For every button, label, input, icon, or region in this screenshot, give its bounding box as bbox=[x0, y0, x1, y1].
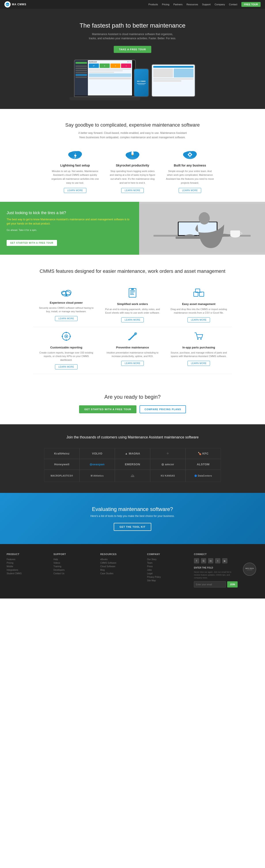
youtube-icon[interactable]: ▶ bbox=[222, 558, 228, 563]
footer-link-videos[interactable]: Videos bbox=[53, 562, 94, 564]
footer-link-cmms-software[interactable]: CMMS Software bbox=[100, 562, 140, 564]
footer-link-features[interactable]: Features bbox=[7, 558, 47, 561]
hero-cta-button[interactable]: TAKE A FREE TOUR bbox=[114, 46, 151, 53]
svg-rect-39 bbox=[130, 293, 134, 293]
newsletter-title: ENTER THE FOLD bbox=[194, 566, 234, 569]
svg-point-57 bbox=[200, 338, 202, 340]
cmms-assets-learn-more[interactable]: LEARN MORE bbox=[187, 317, 210, 322]
footer-link-sitemap[interactable]: Site Map bbox=[147, 579, 187, 582]
nav-company[interactable]: Company bbox=[215, 3, 225, 6]
ready-headline: Are you ready to begin? bbox=[4, 394, 261, 400]
navbar: MA MA CMMS Products Pricing Partners Res… bbox=[0, 0, 265, 9]
footer-link-student[interactable]: Student CMMS bbox=[7, 572, 47, 575]
evaluating-subtext: Here's a list of tools to help you make … bbox=[4, 515, 261, 518]
feature-rocket-learn-more[interactable]: LEARN MORE bbox=[121, 188, 143, 193]
linkedin-icon[interactable]: in bbox=[208, 558, 213, 563]
nav-support[interactable]: Support bbox=[202, 3, 211, 6]
ready-free-tour-button[interactable]: GET STARTED WITH A FREE TOUR bbox=[79, 405, 137, 413]
footer-link-help[interactable]: Help bbox=[53, 558, 94, 561]
cmms-cloud-learn-more[interactable]: LEARN MORE bbox=[55, 316, 77, 321]
footer-link-cloud-software[interactable]: Cloud Software bbox=[100, 565, 140, 568]
feature-gear-desc: Simple enough for your entire team. And … bbox=[166, 169, 214, 185]
twitter-icon[interactable]: t bbox=[215, 558, 220, 563]
footer-product: PRODUCT Features Pricing Mobile Integrat… bbox=[7, 553, 47, 588]
nav-resources[interactable]: Resources bbox=[187, 3, 198, 6]
footer-link-ebooks[interactable]: eBooks bbox=[100, 558, 140, 561]
ready-pricing-button[interactable]: COMPARE PRICING PLANS bbox=[139, 405, 186, 413]
nav-pricing[interactable]: Pricing bbox=[162, 3, 169, 6]
footer-link-pricing[interactable]: Pricing bbox=[7, 562, 47, 564]
cloud-power-icon bbox=[37, 288, 95, 298]
footer-link-blog[interactable]: Blog bbox=[100, 569, 140, 571]
cmms-reporting-desc: Create custom reports, leverage over 150… bbox=[37, 351, 95, 362]
footer-link-contact[interactable]: Contact Us bbox=[53, 572, 94, 575]
footer-link-legal[interactable]: Legal bbox=[147, 572, 187, 575]
evaluating-headline: Evaluating maintenance software? bbox=[4, 506, 261, 512]
footer-link-our-story[interactable]: Our Story bbox=[147, 558, 187, 561]
tires-cta-button[interactable]: GET STARTED WITH A FREE TOUR bbox=[7, 240, 57, 246]
cmms-parts-feature: In-app parts purchasing Source, purchase… bbox=[166, 327, 232, 374]
phone-device: MA CMMS bbox=[134, 68, 149, 97]
gear-cloud-icon bbox=[182, 148, 197, 160]
evaluating-cta-button[interactable]: GET THE TOOL KIT bbox=[114, 523, 151, 531]
cmms-preventive-learn-more[interactable]: LEARN MORE bbox=[121, 361, 143, 366]
svg-point-30 bbox=[199, 212, 210, 224]
feature-lightning-learn-more[interactable]: LEARN MORE bbox=[64, 188, 86, 193]
logo-honeywell-text: Honeywell bbox=[54, 463, 70, 466]
footer-link-case-studies[interactable]: Case Studies bbox=[100, 572, 140, 575]
googleplus-icon[interactable]: G bbox=[201, 558, 206, 563]
cmms-features-grid: Experience cloud power Securely access C… bbox=[33, 284, 232, 374]
lightning-cloud-icon bbox=[68, 148, 83, 160]
nav-products[interactable]: Products bbox=[149, 3, 158, 6]
footer-link-mobile[interactable]: Mobile bbox=[7, 565, 47, 568]
logo[interactable]: MA MA CMMS bbox=[4, 1, 26, 7]
svg-rect-34 bbox=[65, 294, 67, 296]
feature-gear: Built for any business Simple enough for… bbox=[166, 148, 214, 193]
footer-support-title: SUPPORT bbox=[53, 553, 94, 556]
footer-company: COMPANY Our Story Team Press Jobs Legal … bbox=[147, 553, 187, 588]
newsletter-email-input[interactable] bbox=[194, 581, 226, 588]
cmms-parts-learn-more[interactable]: LEARN MORE bbox=[187, 361, 210, 366]
footer-connect-title: CONNECT bbox=[194, 553, 234, 556]
cmms-cloud-desc: Securely access CMMS software without ha… bbox=[37, 306, 95, 313]
customers-headline: Join the thousands of customers using Ma… bbox=[4, 435, 261, 439]
footer-link-press[interactable]: Press bbox=[147, 565, 187, 568]
footer-link-privacy[interactable]: Privacy Policy bbox=[147, 576, 187, 578]
cmms-workorders-learn-more[interactable]: LEARN MORE bbox=[121, 317, 143, 322]
cmms-workorders-title: Simplified work orders bbox=[104, 302, 161, 306]
logo-honeywell: Honeywell bbox=[44, 459, 80, 470]
logo-ku-text: KU KANSAS bbox=[161, 474, 175, 477]
logo-amcor-text: ◎ amcor bbox=[161, 463, 174, 466]
logo-mountain-text: ⛰ bbox=[131, 473, 135, 478]
feature-rocket: Skyrocket productivity Stop spending hou… bbox=[108, 148, 157, 193]
footer: PRODUCT Features Pricing Mobile Integrat… bbox=[0, 544, 265, 598]
footer-link-jobs[interactable]: Jobs bbox=[147, 569, 187, 571]
footer-link-integrations[interactable]: Integrations bbox=[7, 569, 47, 571]
logo-alstom-text: ALSTOM bbox=[197, 463, 210, 466]
cmms-reporting-learn-more[interactable]: LEARN MORE bbox=[55, 364, 77, 369]
cmms-workorders-feature: Simplified work orders Put an end to mis… bbox=[99, 284, 166, 327]
footer-columns: PRODUCT Features Pricing Mobile Integrat… bbox=[7, 553, 258, 588]
workorders-icon bbox=[104, 288, 161, 300]
svg-rect-21 bbox=[188, 154, 189, 155]
nav-free-tour-button[interactable]: FREE TOUR bbox=[241, 2, 261, 7]
svg-rect-51 bbox=[62, 336, 63, 337]
footer-link-training[interactable]: Training bbox=[53, 565, 94, 568]
rocket-cloud-icon bbox=[125, 148, 140, 160]
feature-gear-title: Built for any business bbox=[166, 164, 214, 167]
nav-contact[interactable]: Contact bbox=[229, 3, 237, 6]
logo-emerson: EMERSON bbox=[115, 459, 150, 470]
footer-link-team[interactable]: Team bbox=[147, 562, 187, 564]
svg-point-18 bbox=[189, 154, 191, 155]
footer-link-developers[interactable]: Developers bbox=[53, 569, 94, 571]
logo-volvo-text: VOLVO bbox=[92, 452, 102, 455]
feature-rocket-title: Skyrocket productivity bbox=[108, 164, 157, 167]
newsletter-join-button[interactable]: JOIN bbox=[227, 581, 238, 588]
feature-gear-learn-more[interactable]: LEARN MORE bbox=[179, 188, 201, 193]
logo-ku: KU KANSAS bbox=[150, 470, 186, 482]
nav-partners[interactable]: Partners bbox=[174, 3, 183, 6]
hero-subtext: Maintenance Assistant is cloud maintenan… bbox=[88, 32, 177, 40]
cmms-assets-desc: Drag and drop files into the CMMS or imp… bbox=[170, 307, 228, 315]
logo-datacenters: 🔵 DataCenters bbox=[186, 470, 221, 482]
facebook-icon[interactable]: f bbox=[194, 558, 199, 563]
